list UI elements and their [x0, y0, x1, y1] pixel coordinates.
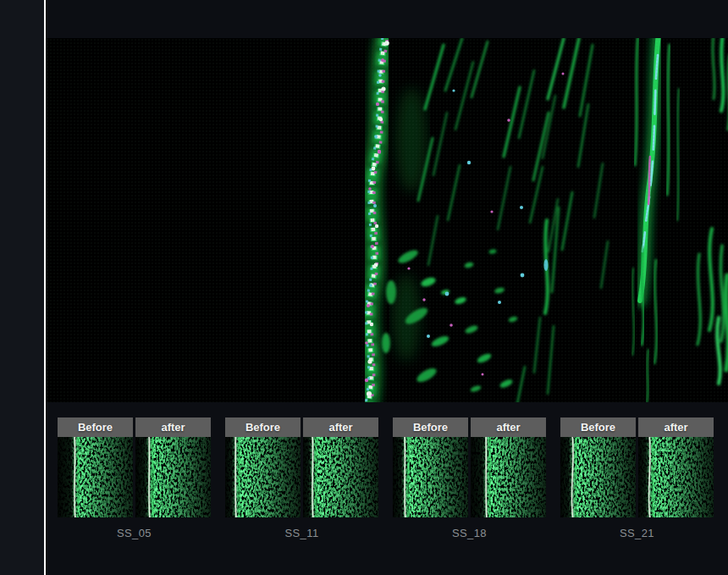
thumbnail-canvas: [58, 437, 133, 517]
before-after-pair: Before after: [58, 417, 211, 517]
before-cell: Before: [560, 417, 636, 517]
after-thumbnail[interactable]: [303, 437, 378, 517]
before-after-pair: Before after: [393, 417, 546, 517]
thumbnail-canvas: [135, 437, 211, 517]
sample-label: SS_11: [225, 527, 378, 539]
before-button[interactable]: Before: [560, 417, 636, 437]
sample-label: SS_21: [560, 527, 714, 539]
before-thumbnail[interactable]: [393, 437, 468, 517]
after-cell: after: [135, 417, 211, 517]
after-button[interactable]: after: [471, 417, 546, 437]
before-after-pair: Before after: [560, 417, 714, 517]
thumbnail-canvas: [393, 437, 468, 517]
sample-group: Before after: [393, 417, 546, 539]
before-cell: Before: [225, 417, 301, 517]
after-cell: after: [471, 417, 546, 517]
app-window: Before after: [0, 0, 728, 575]
thumbnail-canvas: [303, 437, 378, 517]
thumbnail-filmstrip: Before after: [58, 417, 714, 539]
after-button[interactable]: after: [303, 417, 378, 437]
before-cell: Before: [393, 417, 468, 517]
after-thumbnail[interactable]: [638, 437, 714, 517]
before-thumbnail[interactable]: [58, 437, 133, 517]
before-thumbnail[interactable]: [225, 437, 301, 517]
main-microscopy-image[interactable]: [46, 38, 728, 402]
before-button[interactable]: Before: [393, 417, 468, 437]
sample-label: SS_05: [58, 527, 211, 539]
thumbnail-canvas: [471, 437, 546, 517]
thumbnail-canvas: [225, 437, 301, 517]
before-button[interactable]: Before: [58, 417, 133, 437]
sample-group: Before after: [225, 417, 378, 539]
sample-group: Before after: [58, 417, 211, 539]
thumbnail-canvas: [560, 437, 636, 517]
after-cell: after: [303, 417, 378, 517]
main-image-canvas: [46, 38, 728, 402]
before-button[interactable]: Before: [225, 417, 301, 437]
after-cell: after: [638, 417, 714, 517]
sample-label: SS_18: [393, 527, 546, 539]
before-thumbnail[interactable]: [560, 437, 636, 517]
before-cell: Before: [58, 417, 133, 517]
after-thumbnail[interactable]: [471, 437, 546, 517]
after-thumbnail[interactable]: [135, 437, 211, 517]
after-button[interactable]: after: [135, 417, 211, 437]
thumbnail-canvas: [638, 437, 714, 517]
sample-group: Before after: [560, 417, 714, 539]
after-button[interactable]: after: [638, 417, 714, 437]
before-after-pair: Before after: [225, 417, 378, 517]
left-sidebar: [0, 0, 44, 575]
